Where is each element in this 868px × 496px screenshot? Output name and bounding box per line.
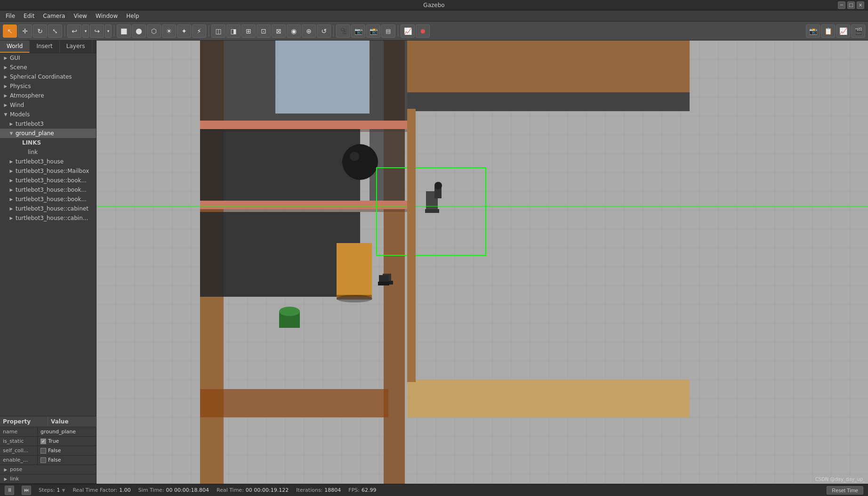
tree-item-models[interactable]: ▼ Models	[0, 110, 96, 119]
tree-item-house[interactable]: ▶ turtlebot3_house	[0, 157, 96, 166]
view6-button[interactable]: ◉	[287, 24, 301, 38]
sphere-button[interactable]: ●	[132, 24, 146, 38]
tree-label-book1: turtlebot3_house::book...	[16, 177, 87, 184]
steps-value: 1	[56, 487, 60, 493]
tool-group-shapes: ■ ● ⬡ ☀ ✦ ⚡	[117, 24, 206, 38]
prop-row-enable[interactable]: enable_... False	[0, 455, 96, 465]
svg-rect-31	[337, 243, 372, 297]
is-static-checkbox[interactable]: ✓	[40, 439, 46, 444]
simtime-value: 00 00:00:18.804	[166, 487, 209, 493]
box-button[interactable]: ■	[117, 24, 131, 38]
menu-edit[interactable]: Edit	[20, 12, 38, 20]
prop-row-name[interactable]: name ground_plane	[0, 427, 96, 437]
tree-item-link[interactable]: link	[0, 147, 96, 157]
tree-item-mailbox[interactable]: ▶ turtlebot3_house::Mailbox	[0, 166, 96, 176]
tree-label-physics: Physics	[10, 83, 31, 89]
camera2-button[interactable]: 📷	[351, 24, 365, 38]
tool-group-camera: 🎥 📷 📸 ▤	[336, 24, 395, 38]
close-button[interactable]: ×	[857, 1, 864, 9]
steps-dropdown[interactable]: ▼	[62, 488, 65, 493]
tree-item-gui[interactable]: ▶ GUI	[0, 53, 96, 63]
prop-name-value: ground_plane	[38, 427, 96, 436]
svg-rect-5	[200, 121, 407, 129]
view7-button[interactable]: ⊕	[302, 24, 316, 38]
undo-button[interactable]: ↩	[67, 24, 81, 38]
tree-item-turtlebot3[interactable]: ▶ turtlebot3	[0, 119, 96, 129]
main-layout: World Insert Layers ▶ GUI ▶ Scene ▶ Sphe…	[0, 41, 868, 484]
rotate-tool-button[interactable]: ↻	[33, 24, 47, 38]
view3-button[interactable]: ⊞	[241, 24, 256, 38]
sidebar-tabs: World Insert Layers	[0, 41, 96, 53]
plotright-button[interactable]: 📈	[836, 24, 850, 38]
menu-file[interactable]: File	[2, 12, 19, 20]
tree-item-cabinet[interactable]: ▶ turtlebot3_house::cabinet	[0, 204, 96, 213]
tree-item-atmosphere[interactable]: ▶ Atmosphere	[0, 91, 96, 100]
tree-item-cabin2[interactable]: ▶ turtlebot3_house::cabin...	[0, 213, 96, 223]
tree-label-house: turtlebot3_house	[16, 158, 64, 165]
tree-label-link: link	[28, 149, 38, 155]
capture-button[interactable]: 📸	[366, 24, 380, 38]
arrow-wind: ▶	[3, 103, 8, 107]
rtf-label: Real Time Factor:	[72, 487, 117, 493]
sep2	[114, 25, 114, 37]
cylinder-button[interactable]: ⬡	[147, 24, 161, 38]
tab-layers[interactable]: Layers	[60, 41, 92, 53]
translate-tool-button[interactable]: ✛	[18, 24, 32, 38]
watermark: CSDN @day_day_up_	[815, 477, 865, 482]
menu-window[interactable]: Window	[92, 12, 121, 20]
tab-world[interactable]: World	[0, 41, 30, 53]
view5-button[interactable]: ⊠	[272, 24, 286, 38]
tree-item-links[interactable]: LINKS	[0, 138, 96, 147]
menu-view[interactable]: View	[70, 12, 90, 20]
tree-item-book3[interactable]: ▶ turtlebot3_house::book...	[0, 195, 96, 204]
videoright-button[interactable]: 🎬	[851, 24, 865, 38]
minimize-button[interactable]: −	[838, 1, 845, 9]
prop-row-pose[interactable]: ▶ pose	[0, 465, 96, 474]
enable-checkbox[interactable]	[40, 457, 46, 463]
self-coll-checkbox[interactable]	[40, 448, 46, 454]
sun-button[interactable]: ☀	[162, 24, 176, 38]
redo-dropdown[interactable]: ▾	[105, 24, 112, 38]
menu-help[interactable]: Help	[122, 12, 143, 20]
tree-item-book2[interactable]: ▶ turtlebot3_house::book...	[0, 185, 96, 195]
arrow-models: ▼	[3, 112, 8, 117]
prop-pose-label: pose	[10, 466, 22, 472]
tree-item-book1[interactable]: ▶ turtlebot3_house::book...	[0, 176, 96, 185]
pause-button[interactable]: ⏸	[5, 486, 14, 495]
select-tool-button[interactable]: ↖	[3, 24, 17, 38]
menu-camera[interactable]: Camera	[39, 12, 69, 20]
view4-button[interactable]: ⊡	[257, 24, 271, 38]
undo-dropdown[interactable]: ▾	[82, 24, 89, 38]
view8-button[interactable]: ↺	[317, 24, 331, 38]
pointlight-button[interactable]: ✦	[177, 24, 191, 38]
screenshot-button[interactable]: 📸	[806, 24, 820, 38]
tab-insert[interactable]: Insert	[30, 41, 59, 53]
spotlight-button[interactable]: ⚡	[192, 24, 206, 38]
prop-row-link[interactable]: ▶ link	[0, 474, 96, 484]
redo-button[interactable]: ↪	[90, 24, 104, 38]
viewport[interactable]: CSDN @day_day_up_	[96, 41, 868, 484]
tree-item-wind[interactable]: ▶ Wind	[0, 100, 96, 110]
steps-label: Steps:	[39, 487, 55, 493]
log-button[interactable]: ▤	[381, 24, 395, 38]
reset-time-button[interactable]: Reset Time	[827, 486, 863, 495]
record-button[interactable]: ⏺	[416, 24, 430, 38]
view1-button[interactable]: ◫	[211, 24, 225, 38]
tree-item-physics[interactable]: ▶ Physics	[0, 81, 96, 91]
scale-tool-button[interactable]: ⤡	[48, 24, 62, 38]
tree-item-scene[interactable]: ▶ Scene	[0, 63, 96, 72]
properties-panel: Property Value name ground_plane is_stat…	[0, 416, 96, 484]
tree-label-models: Models	[10, 111, 30, 118]
logvideo-button[interactable]: 📋	[821, 24, 835, 38]
view2-button[interactable]: ◨	[226, 24, 241, 38]
camera1-button[interactable]: 🎥	[336, 24, 350, 38]
tree-item-ground-plane[interactable]: ▼ ground_plane	[0, 129, 96, 138]
maximize-button[interactable]: □	[847, 1, 855, 9]
arrow-house: ▶	[8, 159, 14, 164]
svg-rect-35	[378, 282, 389, 285]
prop-row-is-static[interactable]: is_static ✓ True	[0, 437, 96, 446]
plot-button[interactable]: 📈	[401, 24, 415, 38]
step-button[interactable]: ⏭	[22, 486, 31, 495]
prop-row-selfcoll[interactable]: self_coll... False	[0, 446, 96, 455]
tree-item-spherical[interactable]: ▶ Spherical Coordinates	[0, 72, 96, 81]
